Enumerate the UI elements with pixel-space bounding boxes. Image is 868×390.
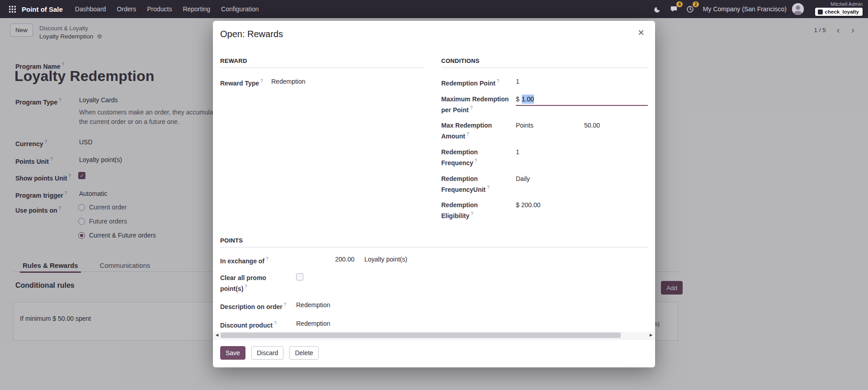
- in-exchange-of-label-text: In exchange of: [220, 257, 264, 265]
- horizontal-scrollbar[interactable]: ◀ ▶: [213, 332, 655, 339]
- modal-body: REWARD Reward Type? Redemption CONDITION…: [213, 57, 655, 330]
- field-redemption-eligibility: Redemption Eligibility? $ 200.00: [441, 200, 648, 220]
- help-icon: ?: [497, 79, 500, 84]
- scroll-left-icon[interactable]: ◀: [213, 332, 221, 339]
- redemption-eligibility-input[interactable]: $ 200.00: [516, 200, 648, 209]
- description-on-order-label-text: Description on order: [220, 303, 283, 310]
- redemption-frequency-input[interactable]: 1: [516, 147, 648, 157]
- modal-footer: Save Discard Delete: [213, 339, 655, 367]
- menu-orders[interactable]: Orders: [112, 3, 141, 15]
- clear-all-promo-points-label-text: Clear all promo point(s): [220, 274, 266, 292]
- modal-header: Open: Rewards ×: [213, 21, 655, 41]
- apps-menu-icon[interactable]: [5, 2, 19, 16]
- debug-overlay: Mitchell Admin check_loyalty: [815, 1, 863, 16]
- debug-user-name: Mitchell Admin: [815, 1, 863, 7]
- max-redemption-per-point-label: Maximum Redemption per Point?: [441, 95, 509, 114]
- field-reward-type: Reward Type? Redemption: [220, 77, 424, 88]
- redemption-eligibility-label: Redemption Eligibility?: [441, 200, 509, 220]
- max-redemption-amount-unit-select[interactable]: Points: [516, 121, 570, 130]
- field-max-redemption-amount: Max Redemption Amount? Points 50.00: [441, 121, 648, 141]
- activities-badge: 2: [693, 1, 699, 7]
- reward-type-label: Reward Type?: [220, 77, 265, 88]
- field-max-redemption-per-point: Maximum Redemption per Point? $ 1.00: [441, 95, 648, 114]
- max-redemption-per-point-label-text: Maximum Redemption per Point: [441, 95, 509, 114]
- max-redemption-amount-input[interactable]: 50.00: [570, 121, 600, 130]
- delete-button[interactable]: Delete: [289, 346, 318, 360]
- rewards-modal: Open: Rewards × REWARD Reward Type? Rede…: [213, 21, 655, 367]
- redemption-eligibility-label-text: Redemption Eligibility: [441, 201, 478, 219]
- discount-product-label-text: Discount product: [220, 322, 273, 329]
- debug-badge: check_loyalty: [815, 8, 863, 16]
- scroll-right-icon[interactable]: ▶: [647, 332, 655, 339]
- in-exchange-of-label: In exchange of?: [220, 255, 289, 266]
- help-icon: ?: [284, 302, 287, 307]
- section-conditions: CONDITIONS: [441, 57, 648, 68]
- help-icon: ?: [266, 257, 269, 262]
- in-exchange-of-unit: Loyalty point(s): [364, 255, 407, 264]
- clear-all-promo-points-checkbox[interactable]: [296, 273, 303, 281]
- scrollbar-thumb[interactable]: [221, 333, 621, 338]
- help-icon: ?: [470, 105, 473, 110]
- user-avatar[interactable]: [792, 3, 804, 15]
- terminal-icon: [818, 10, 823, 14]
- max-redemption-amount-label: Max Redemption Amount?: [441, 121, 509, 141]
- dark-mode-toggle[interactable]: [652, 4, 663, 14]
- activities-button[interactable]: 2: [685, 4, 696, 14]
- redemption-point-label-text: Redemption Point: [441, 80, 495, 87]
- help-icon: ?: [274, 321, 277, 326]
- max-redemption-amount-label-text: Max Redemption Amount: [441, 122, 492, 140]
- help-icon: ?: [260, 79, 263, 84]
- clock-icon: [686, 5, 694, 13]
- redemption-point-label: Redemption Point?: [441, 77, 509, 88]
- help-icon: ?: [471, 211, 473, 216]
- description-on-order-label: Description on order?: [220, 300, 289, 311]
- section-reward: REWARD: [220, 57, 424, 68]
- max-redemption-per-point-value[interactable]: 1.00: [522, 95, 534, 104]
- field-redemption-frequency: Redemption Frequency? 1: [441, 147, 648, 167]
- close-icon[interactable]: ×: [633, 25, 649, 40]
- redemption-frequency-label-text: Redemption Frequency: [441, 148, 478, 166]
- help-icon: ?: [245, 284, 247, 289]
- field-description-on-order: Description on order? Redemption: [220, 300, 648, 311]
- menu-dashboard[interactable]: Dashboard: [70, 3, 111, 15]
- app-name[interactable]: Point of Sale: [22, 5, 63, 13]
- chat-icon: [670, 5, 678, 13]
- field-discount-product: Discount product? Redemption: [220, 319, 648, 330]
- clear-all-promo-points-label: Clear all promo point(s)?: [220, 273, 289, 293]
- reward-type-select[interactable]: Redemption: [271, 77, 424, 86]
- debug-badge-label: check_loyalty: [825, 9, 859, 14]
- main-menu: Dashboard Orders Products Reporting Conf…: [70, 3, 264, 15]
- redemption-frequency-label: Redemption Frequency?: [441, 147, 509, 167]
- menu-products[interactable]: Products: [142, 3, 177, 15]
- in-exchange-of-input[interactable]: 200.00: [296, 255, 354, 264]
- reward-type-label-text: Reward Type: [220, 80, 259, 87]
- redemption-point-input[interactable]: 1: [516, 77, 648, 86]
- menu-configuration[interactable]: Configuration: [216, 3, 264, 15]
- field-clear-all-promo-points: Clear all promo point(s)?: [220, 273, 648, 293]
- redemption-frequency-unit-label-text: Redemption FrequencyUnit: [441, 175, 486, 193]
- field-redemption-point: Redemption Point? 1: [441, 77, 648, 88]
- grid-icon: [9, 6, 16, 13]
- avatar-icon: [792, 3, 804, 15]
- discard-button[interactable]: Discard: [251, 346, 283, 360]
- save-button[interactable]: Save: [220, 346, 245, 360]
- max-redemption-per-point-input[interactable]: $ 1.00: [516, 95, 648, 106]
- section-points: POINTS: [220, 237, 648, 247]
- currency-symbol: $: [516, 95, 519, 104]
- company-switcher[interactable]: My Company (San Francisco): [703, 5, 787, 13]
- description-on-order-input[interactable]: Redemption: [296, 300, 648, 309]
- messages-button[interactable]: 4: [669, 4, 679, 14]
- help-icon: ?: [467, 132, 469, 137]
- field-in-exchange-of: In exchange of? 200.00 Loyalty point(s): [220, 255, 648, 266]
- modal-title: Open: Rewards: [220, 29, 648, 39]
- conditions-column: CONDITIONS Redemption Point? 1 Maximum R…: [441, 57, 648, 227]
- help-icon: ?: [475, 158, 477, 163]
- discount-product-select[interactable]: Redemption: [296, 319, 648, 328]
- field-redemption-frequency-unit: Redemption FrequencyUnit? Daily: [441, 174, 648, 194]
- menu-reporting[interactable]: Reporting: [178, 3, 215, 15]
- redemption-frequency-unit-select[interactable]: Daily: [516, 174, 648, 183]
- help-icon: ?: [487, 185, 490, 190]
- reward-column: REWARD Reward Type? Redemption: [220, 57, 424, 227]
- moon-icon: [654, 6, 661, 13]
- messages-badge: 4: [676, 1, 683, 7]
